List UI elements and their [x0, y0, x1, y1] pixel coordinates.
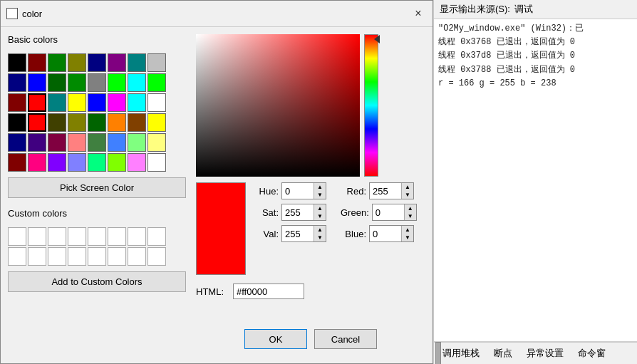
basic-color-swatch[interactable] [128, 53, 146, 72]
basic-color-swatch[interactable] [48, 73, 66, 92]
green-spinner[interactable]: ▲ ▼ [372, 204, 417, 221]
blue-spinner[interactable]: ▲ ▼ [369, 225, 414, 242]
custom-color-swatch[interactable] [28, 227, 46, 246]
basic-color-swatch[interactable] [88, 73, 106, 92]
blue-input[interactable] [370, 226, 401, 241]
basic-color-swatch[interactable] [68, 113, 86, 132]
basic-color-swatch[interactable] [8, 133, 26, 152]
basic-color-swatch[interactable] [28, 53, 46, 72]
gradient-picker[interactable] [196, 34, 360, 177]
add-custom-colors-button[interactable]: Add to Custom Colors [8, 271, 186, 292]
basic-color-swatch[interactable] [147, 153, 166, 172]
custom-color-swatch[interactable] [147, 227, 166, 246]
custom-color-swatch[interactable] [68, 247, 86, 266]
html-input[interactable] [233, 284, 304, 299]
custom-color-swatch[interactable] [48, 247, 66, 266]
ide-toolbar-item[interactable]: 异常设置 [522, 345, 568, 361]
basic-color-swatch[interactable] [68, 73, 86, 92]
basic-color-swatch[interactable] [128, 73, 146, 92]
basic-color-swatch[interactable] [88, 93, 106, 112]
basic-color-swatch[interactable] [88, 133, 106, 152]
custom-color-swatch[interactable] [108, 227, 126, 246]
val-spinner[interactable]: ▲ ▼ [281, 225, 326, 242]
basic-color-swatch[interactable] [48, 113, 66, 132]
custom-color-swatch[interactable] [128, 247, 146, 266]
basic-color-swatch[interactable] [48, 133, 66, 152]
basic-color-swatch[interactable] [88, 113, 106, 132]
sat-spinner[interactable]: ▲ ▼ [281, 204, 326, 221]
red-spin-up[interactable]: ▲ [402, 183, 413, 191]
sat-spin-up[interactable]: ▲ [314, 204, 326, 212]
basic-color-swatch[interactable] [68, 133, 86, 152]
basic-color-swatch[interactable] [28, 133, 46, 152]
val-spin-down[interactable]: ▼ [314, 234, 326, 241]
hue-spin-down[interactable]: ▼ [314, 191, 326, 199]
basic-color-swatch[interactable] [48, 153, 66, 172]
basic-color-swatch[interactable] [128, 133, 146, 152]
basic-color-swatch[interactable] [68, 53, 86, 72]
basic-color-swatch[interactable] [28, 113, 46, 132]
basic-color-swatch[interactable] [108, 53, 126, 72]
basic-color-swatch[interactable] [28, 153, 46, 172]
basic-color-swatch[interactable] [108, 133, 126, 152]
hue-input[interactable] [282, 183, 314, 199]
ide-toolbar-item[interactable]: 命令窗 [574, 345, 610, 361]
blue-spin-down[interactable]: ▼ [402, 234, 413, 241]
ide-toolbar-item[interactable]: 断点 [490, 345, 517, 361]
basic-color-swatch[interactable] [28, 93, 46, 112]
custom-color-swatch[interactable] [128, 227, 146, 246]
close-button[interactable]: × [410, 5, 427, 22]
basic-color-swatch[interactable] [108, 93, 126, 112]
green-input[interactable] [373, 204, 404, 220]
basic-color-swatch[interactable] [8, 113, 26, 132]
basic-color-swatch[interactable] [147, 53, 166, 72]
basic-color-swatch[interactable] [48, 93, 66, 112]
red-spinner[interactable]: ▲ ▼ [369, 182, 414, 199]
custom-color-swatch[interactable] [28, 247, 46, 266]
hue-bar[interactable] [364, 34, 378, 177]
pick-screen-color-button[interactable]: Pick Screen Color [8, 177, 186, 198]
basic-color-swatch[interactable] [147, 113, 166, 132]
hue-spin-up[interactable]: ▲ [314, 183, 326, 191]
cancel-button[interactable]: Cancel [314, 329, 377, 349]
basic-color-swatch[interactable] [8, 153, 26, 172]
custom-color-swatch[interactable] [88, 247, 106, 266]
custom-color-swatch[interactable] [147, 247, 166, 266]
val-spin-up[interactable]: ▲ [314, 226, 326, 234]
basic-color-swatch[interactable] [8, 93, 26, 112]
basic-color-swatch[interactable] [128, 93, 146, 112]
custom-color-swatch[interactable] [108, 247, 126, 266]
sat-spin-down[interactable]: ▼ [314, 212, 326, 220]
basic-color-swatch[interactable] [68, 93, 86, 112]
custom-color-swatch[interactable] [48, 227, 66, 246]
sat-input[interactable] [282, 204, 314, 220]
ide-toolbar-item[interactable]: 调用堆栈 [438, 345, 484, 361]
green-spin-down[interactable]: ▼ [405, 212, 416, 220]
basic-color-swatch[interactable] [128, 113, 146, 132]
red-input[interactable] [370, 183, 401, 199]
custom-color-swatch[interactable] [8, 227, 26, 246]
custom-color-swatch[interactable] [88, 227, 106, 246]
val-input[interactable] [282, 226, 314, 241]
blue-spin-up[interactable]: ▲ [402, 226, 413, 234]
red-spin-down[interactable]: ▼ [402, 191, 413, 199]
basic-color-swatch[interactable] [8, 73, 26, 92]
basic-color-swatch[interactable] [147, 93, 166, 112]
basic-color-swatch[interactable] [128, 153, 146, 172]
basic-color-swatch[interactable] [28, 73, 46, 92]
custom-color-swatch[interactable] [8, 247, 26, 266]
basic-color-swatch[interactable] [147, 133, 166, 152]
basic-color-swatch[interactable] [48, 53, 66, 72]
basic-color-swatch[interactable] [8, 53, 26, 72]
custom-color-swatch[interactable] [68, 227, 86, 246]
basic-color-swatch[interactable] [88, 53, 106, 72]
basic-color-swatch[interactable] [68, 153, 86, 172]
basic-color-swatch[interactable] [108, 153, 126, 172]
hue-spinner[interactable]: ▲ ▼ [281, 182, 326, 199]
scroll-thumb[interactable] [435, 342, 441, 364]
basic-color-swatch[interactable] [88, 153, 106, 172]
basic-color-swatch[interactable] [147, 73, 166, 92]
green-spin-up[interactable]: ▲ [405, 204, 416, 212]
basic-color-swatch[interactable] [108, 113, 126, 132]
ok-button[interactable]: OK [244, 329, 307, 349]
